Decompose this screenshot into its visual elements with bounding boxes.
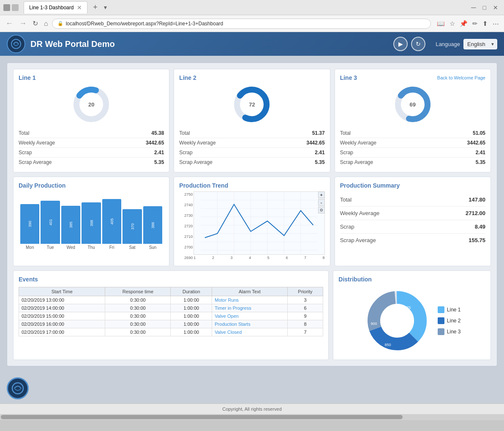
line3-title: Line 3 [340, 74, 357, 81]
more-button[interactable]: ⋯ [491, 19, 501, 28]
app-title: DR Web Portal Demo [30, 39, 393, 49]
line1-scrap-label: Scrap [19, 150, 32, 155]
browser-titlebar: Line 1-3 Dashboard ✕ + ▼ ─ □ ✕ [0, 0, 504, 15]
play-button[interactable]: ▶ [393, 37, 408, 51]
zoom-out-button[interactable]: - [318, 199, 325, 206]
app-refresh-button[interactable]: ↻ [411, 37, 425, 51]
line1-stat-weekly: Weekly Average 3442.65 [19, 138, 164, 148]
line1-donut-value: 20 [88, 101, 94, 108]
events-table: Start Time Response time Duration Alarm … [19, 287, 323, 336]
bar-sat: 370 [123, 193, 142, 244]
table-row: 02/20/2019 14:00:00 0:30:00 1:00:00 Time… [19, 304, 323, 312]
reader-view-button[interactable]: 📖 [435, 19, 447, 28]
pin-button[interactable]: 📌 [458, 19, 469, 28]
production-summary-title: Production Summary [340, 182, 485, 189]
col-start-time: Start Time [19, 287, 105, 296]
line1-scrap-avg-value: 5.35 [154, 159, 164, 165]
logo-icon [10, 38, 22, 50]
bar-sun: 386 [143, 193, 162, 244]
line1-weekly-value: 3442.65 [146, 140, 164, 146]
legend-line2: Line 2 [438, 317, 461, 324]
lock-icon: 🔒 [57, 21, 63, 26]
tab-dropdown-button[interactable]: ▼ [103, 5, 108, 11]
scrollbar-thumb[interactable] [1, 415, 403, 419]
pen-button[interactable]: ✏ [471, 19, 479, 28]
events-title: Events [19, 276, 323, 283]
svg-text:900: 900 [371, 322, 377, 326]
distribution-donut-chart: 875 850 900 [363, 287, 431, 355]
close-button[interactable]: ✕ [490, 4, 501, 11]
line3-panel: Line 3 Back to Welcome Page 69 [335, 69, 491, 172]
line1-panel: Line 1 20 Total 45.38 [13, 69, 169, 172]
share-button[interactable]: ⬆ [481, 19, 490, 28]
events-panel: Events Start Time Response time Duration… [13, 270, 329, 360]
language-select-wrapper[interactable]: English ▼ [463, 39, 497, 49]
line2-stat-scrap: Scrap 2.41 [179, 148, 324, 158]
col-alarm-text: Alarm Text [212, 287, 287, 296]
tab-close-icon[interactable]: ✕ [77, 4, 82, 11]
language-select[interactable]: English [463, 39, 497, 49]
browser-tab[interactable]: Line 1-3 Dashboard ✕ [24, 1, 87, 14]
main-content: Line 1 20 Total 45.38 [0, 56, 504, 373]
copyright-footer: Copyright, All rights reserved [0, 404, 504, 414]
back-to-welcome-link[interactable]: Back to Welcome Page [437, 75, 485, 80]
bar-mon: 390 [20, 193, 39, 244]
distribution-content: 875 850 900 Line 1 Line 2 [338, 287, 485, 355]
app-header: DR Web Portal Demo ▶ ↻ Language English … [0, 32, 504, 56]
distribution-legend: Line 1 Line 2 Line 3 [438, 306, 461, 335]
production-trend-title: Production Trend [179, 182, 324, 189]
line1-title: Line 1 [19, 74, 164, 81]
zoom-in-button[interactable]: + [318, 191, 325, 198]
bar-day-labels: Mon Tue Wed Thu Fri Sat Sun [19, 244, 164, 250]
back-button[interactable]: ← [3, 18, 15, 29]
maximize-button[interactable]: □ [480, 4, 489, 11]
line1-weekly-label: Weekly Average [19, 140, 55, 146]
summary-scrap: Scrap 8.49 [340, 220, 485, 234]
line1-stat-scrap: Scrap 2.41 [19, 148, 164, 158]
bookmark-button[interactable]: ☆ [448, 19, 457, 28]
line1-total-label: Total [19, 130, 29, 136]
footer-logo [7, 377, 29, 399]
minimize-button[interactable]: ─ [469, 4, 478, 11]
horizontal-scrollbar[interactable] [0, 414, 504, 420]
bar-thu: 398 [82, 193, 101, 244]
tab-title: Line 1-3 Dashboard [29, 5, 74, 11]
top-row: Line 1 20 Total 45.38 [13, 69, 491, 172]
svg-text:850: 850 [384, 343, 391, 347]
line3-stat-weekly: Weekly Average 3442.65 [340, 138, 485, 148]
summary-total: Total 147.80 [340, 193, 485, 207]
line2-donut-value: 72 [249, 101, 255, 108]
forward-button[interactable]: → [17, 18, 29, 29]
line1-total-value: 45.38 [151, 130, 164, 136]
distribution-panel: Distribution [333, 270, 491, 360]
distribution-title: Distribution [338, 276, 485, 283]
refresh-button[interactable]: ↻ [30, 19, 40, 28]
line3-stat-scrap-avg: Scrap Average 5.35 [340, 158, 485, 167]
daily-production-title: Daily Production [19, 182, 164, 189]
zoom-reset-button[interactable]: ⊙ [318, 207, 325, 213]
daily-production-panel: Daily Production 390 401 [13, 177, 169, 266]
dashboard-container: Line 1 20 Total 45.38 [7, 63, 497, 366]
new-tab-button[interactable]: + [89, 2, 101, 14]
line2-panel: Line 2 72 Total 51.37 [174, 69, 330, 172]
line1-stat-scrap-avg: Scrap Average 5.35 [19, 158, 164, 167]
bottom-row: Events Start Time Response time Duration… [13, 270, 491, 360]
bar-tue: 401 [41, 193, 60, 244]
line2-donut: 72 [179, 85, 324, 123]
bar-wed: 385 [61, 193, 80, 244]
line1-stat-total: Total 45.38 [19, 128, 164, 138]
summary-scrap-avg: Scrap Average 155.75 [340, 234, 485, 247]
svg-point-28 [12, 383, 23, 394]
trend-chart-area: 2750 2740 2730 2720 2710 2700 2690 + [179, 191, 324, 261]
trend-chart-svg [193, 191, 324, 255]
production-summary-panel: Production Summary Total 147.80 Weekly A… [335, 177, 491, 266]
bar-chart: 390 401 385 [19, 193, 164, 244]
home-button[interactable]: ⌂ [42, 19, 50, 28]
address-bar[interactable]: 🔒 localhost/DRweb_Demo/webreport.aspx?Re… [52, 19, 431, 29]
window-icon2 [12, 4, 19, 11]
line3-donut-value: 69 [410, 101, 416, 108]
summary-weekly: Weekly Average 2712.00 [340, 207, 485, 220]
line2-stat-total: Total 51.37 [179, 128, 324, 138]
line3-stat-scrap: Scrap 2.41 [340, 148, 485, 158]
line3-stat-total: Total 51.05 [340, 128, 485, 138]
